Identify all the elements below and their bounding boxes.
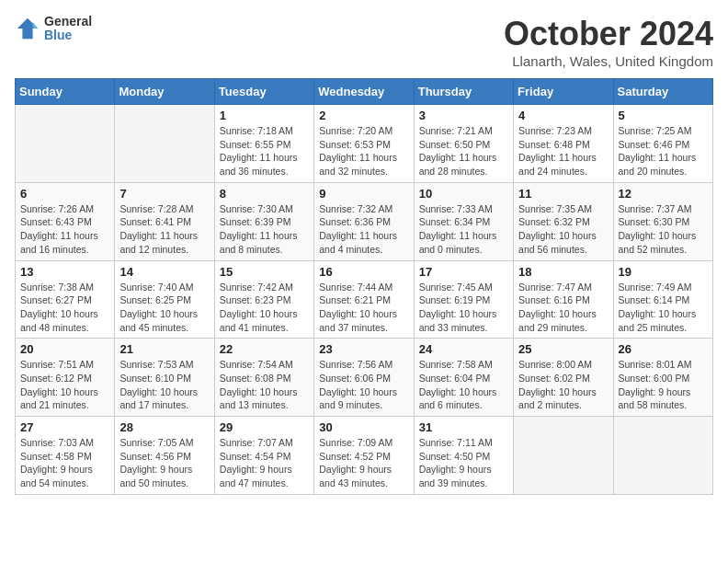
calendar-cell: 3Sunrise: 7:21 AMSunset: 6:50 PMDaylight… <box>414 105 513 183</box>
day-info: Sunrise: 7:09 AMSunset: 4:52 PMDaylight:… <box>319 436 408 490</box>
calendar-body: 1Sunrise: 7:18 AMSunset: 6:55 PMDaylight… <box>16 105 713 495</box>
day-number: 9 <box>319 187 408 201</box>
svg-marker-1 <box>33 22 39 29</box>
day-number: 24 <box>419 342 508 356</box>
day-header-friday: Friday <box>514 79 613 105</box>
title-area: October 2024 Llanarth, Wales, United Kin… <box>504 15 713 69</box>
day-info: Sunrise: 7:47 AMSunset: 6:16 PMDaylight:… <box>518 281 608 335</box>
location: Llanarth, Wales, United Kingdom <box>504 53 713 69</box>
day-number: 13 <box>20 265 109 279</box>
day-info: Sunrise: 7:56 AMSunset: 6:06 PMDaylight:… <box>319 358 408 412</box>
calendar-cell: 14Sunrise: 7:40 AMSunset: 6:25 PMDayligh… <box>115 260 214 339</box>
calendar-cell: 5Sunrise: 7:25 AMSunset: 6:46 PMDaylight… <box>613 105 712 183</box>
day-info: Sunrise: 7:20 AMSunset: 6:53 PMDaylight:… <box>319 124 408 178</box>
month-title: October 2024 <box>504 15 713 53</box>
logo-text: General Blue <box>44 15 92 43</box>
day-info: Sunrise: 7:49 AMSunset: 6:14 PMDaylight:… <box>619 281 708 335</box>
day-number: 17 <box>419 265 508 279</box>
day-info: Sunrise: 7:26 AMSunset: 6:43 PMDaylight:… <box>20 202 109 257</box>
day-info: Sunrise: 8:01 AMSunset: 6:00 PMDaylight:… <box>619 358 708 412</box>
day-header-thursday: Thursday <box>414 79 513 105</box>
day-number: 31 <box>419 420 508 434</box>
calendar-cell: 18Sunrise: 7:47 AMSunset: 6:16 PMDayligh… <box>514 260 613 339</box>
day-info: Sunrise: 7:25 AMSunset: 6:46 PMDaylight:… <box>619 124 708 178</box>
day-info: Sunrise: 7:28 AMSunset: 6:41 PMDaylight:… <box>119 202 209 257</box>
page-header: General Blue October 2024 Llanarth, Wale… <box>15 15 713 69</box>
day-number: 12 <box>619 187 708 201</box>
calendar-week-2: 6Sunrise: 7:26 AMSunset: 6:43 PMDaylight… <box>16 182 713 260</box>
day-number: 3 <box>419 109 508 122</box>
calendar-cell: 11Sunrise: 7:35 AMSunset: 6:32 PMDayligh… <box>514 182 613 260</box>
day-number: 14 <box>119 265 209 279</box>
calendar-cell <box>613 417 712 495</box>
day-info: Sunrise: 7:44 AMSunset: 6:21 PMDaylight:… <box>319 281 408 335</box>
calendar-cell: 16Sunrise: 7:44 AMSunset: 6:21 PMDayligh… <box>314 260 414 339</box>
day-info: Sunrise: 7:35 AMSunset: 6:32 PMDaylight:… <box>518 202 608 257</box>
calendar-cell: 12Sunrise: 7:37 AMSunset: 6:30 PMDayligh… <box>613 182 712 260</box>
day-number: 29 <box>220 420 309 434</box>
day-number: 5 <box>619 109 708 122</box>
day-info: Sunrise: 7:11 AMSunset: 4:50 PMDaylight:… <box>419 436 508 490</box>
calendar-cell: 31Sunrise: 7:11 AMSunset: 4:50 PMDayligh… <box>414 417 513 495</box>
day-info: Sunrise: 7:32 AMSunset: 6:36 PMDaylight:… <box>319 202 408 257</box>
calendar-cell <box>514 417 613 495</box>
day-number: 8 <box>220 187 309 201</box>
calendar-cell: 24Sunrise: 7:58 AMSunset: 6:04 PMDayligh… <box>414 339 513 417</box>
day-number: 19 <box>619 265 708 279</box>
calendar-cell: 15Sunrise: 7:42 AMSunset: 6:23 PMDayligh… <box>214 260 313 339</box>
calendar-week-1: 1Sunrise: 7:18 AMSunset: 6:55 PMDaylight… <box>16 105 713 183</box>
day-info: Sunrise: 7:54 AMSunset: 6:08 PMDaylight:… <box>220 358 309 412</box>
calendar-cell: 1Sunrise: 7:18 AMSunset: 6:55 PMDaylight… <box>214 105 313 183</box>
day-number: 21 <box>119 342 209 356</box>
logo-blue: Blue <box>44 29 92 42</box>
day-number: 26 <box>619 342 708 356</box>
day-number: 7 <box>119 187 209 201</box>
calendar-cell: 22Sunrise: 7:54 AMSunset: 6:08 PMDayligh… <box>214 339 313 417</box>
logo-general: General <box>44 15 92 29</box>
day-number: 10 <box>419 187 508 201</box>
day-header-tuesday: Tuesday <box>214 79 313 105</box>
day-header-saturday: Saturday <box>613 79 712 105</box>
day-number: 11 <box>518 187 608 201</box>
calendar-cell: 27Sunrise: 7:03 AMSunset: 4:58 PMDayligh… <box>16 417 115 495</box>
day-number: 18 <box>518 265 608 279</box>
day-number: 20 <box>20 342 109 356</box>
day-info: Sunrise: 8:00 AMSunset: 6:02 PMDaylight:… <box>518 358 608 412</box>
logo: General Blue <box>15 15 92 43</box>
day-number: 22 <box>220 342 309 356</box>
logo-icon <box>15 16 40 41</box>
day-number: 28 <box>119 420 209 434</box>
calendar-cell: 26Sunrise: 8:01 AMSunset: 6:00 PMDayligh… <box>613 339 712 417</box>
calendar-cell: 9Sunrise: 7:32 AMSunset: 6:36 PMDaylight… <box>314 182 414 260</box>
calendar-cell: 7Sunrise: 7:28 AMSunset: 6:41 PMDaylight… <box>115 182 214 260</box>
calendar-cell: 8Sunrise: 7:30 AMSunset: 6:39 PMDaylight… <box>214 182 313 260</box>
day-number: 16 <box>319 265 408 279</box>
day-header-monday: Monday <box>115 79 214 105</box>
day-number: 1 <box>220 109 309 122</box>
calendar-cell: 19Sunrise: 7:49 AMSunset: 6:14 PMDayligh… <box>613 260 712 339</box>
calendar-week-3: 13Sunrise: 7:38 AMSunset: 6:27 PMDayligh… <box>16 260 713 339</box>
calendar-cell <box>16 105 115 183</box>
calendar-cell: 30Sunrise: 7:09 AMSunset: 4:52 PMDayligh… <box>314 417 414 495</box>
day-info: Sunrise: 7:18 AMSunset: 6:55 PMDaylight:… <box>220 124 309 178</box>
calendar-week-5: 27Sunrise: 7:03 AMSunset: 4:58 PMDayligh… <box>16 417 713 495</box>
day-number: 30 <box>319 420 408 434</box>
calendar-week-4: 20Sunrise: 7:51 AMSunset: 6:12 PMDayligh… <box>16 339 713 417</box>
day-info: Sunrise: 7:40 AMSunset: 6:25 PMDaylight:… <box>119 281 209 335</box>
calendar-cell: 17Sunrise: 7:45 AMSunset: 6:19 PMDayligh… <box>414 260 513 339</box>
day-info: Sunrise: 7:03 AMSunset: 4:58 PMDaylight:… <box>20 436 109 490</box>
day-number: 4 <box>518 109 608 122</box>
calendar-cell: 2Sunrise: 7:20 AMSunset: 6:53 PMDaylight… <box>314 105 414 183</box>
calendar-header: SundayMondayTuesdayWednesdayThursdayFrid… <box>16 79 713 105</box>
calendar-cell <box>115 105 214 183</box>
calendar-cell: 23Sunrise: 7:56 AMSunset: 6:06 PMDayligh… <box>314 339 414 417</box>
day-info: Sunrise: 7:23 AMSunset: 6:48 PMDaylight:… <box>518 124 608 178</box>
day-info: Sunrise: 7:30 AMSunset: 6:39 PMDaylight:… <box>220 202 309 257</box>
day-info: Sunrise: 7:37 AMSunset: 6:30 PMDaylight:… <box>619 202 708 257</box>
day-number: 15 <box>220 265 309 279</box>
day-info: Sunrise: 7:45 AMSunset: 6:19 PMDaylight:… <box>419 281 508 335</box>
calendar-cell: 25Sunrise: 8:00 AMSunset: 6:02 PMDayligh… <box>514 339 613 417</box>
calendar-cell: 20Sunrise: 7:51 AMSunset: 6:12 PMDayligh… <box>16 339 115 417</box>
calendar-cell: 28Sunrise: 7:05 AMSunset: 4:56 PMDayligh… <box>115 417 214 495</box>
day-number: 25 <box>518 342 608 356</box>
